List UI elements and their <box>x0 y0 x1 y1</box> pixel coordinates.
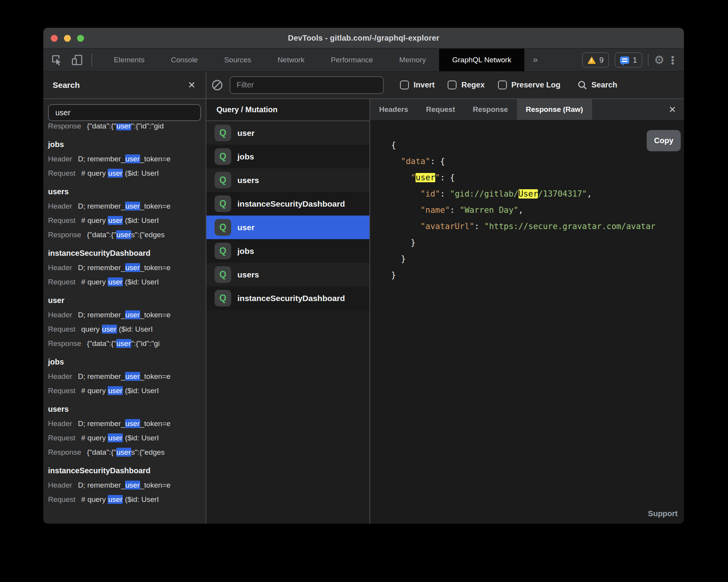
search-toggle[interactable]: Search <box>577 80 617 90</box>
find-match-highlight: User <box>519 189 538 199</box>
search-result-row[interactable]: Response{"data":{"users":{"edges <box>48 228 206 242</box>
match-highlight: user <box>125 263 140 272</box>
query-type-badge: Q <box>215 148 231 165</box>
close-window-button[interactable] <box>51 35 58 42</box>
result-row-value: D; remember_user_token=e <box>78 202 170 211</box>
query-list-item[interactable]: Quser <box>206 216 369 239</box>
query-item-label: user <box>237 128 254 138</box>
tab-performance[interactable]: Performance <box>318 49 386 71</box>
result-row-label: Header <box>48 311 72 319</box>
search-result-row[interactable]: Request# query user ($id: UserI <box>48 166 206 180</box>
search-result-row[interactable]: HeaderD; remember_user_token=e <box>48 199 206 213</box>
search-result-row[interactable]: Request# query user ($id: UserI <box>48 492 206 507</box>
result-row-value: # query user ($id: UserI <box>81 277 159 286</box>
search-result-row[interactable]: Request# query user ($id: UserI <box>48 431 206 445</box>
clear-log-icon[interactable] <box>211 79 223 91</box>
filter-checkboxes: InvertRegexPreserve Log <box>400 80 560 89</box>
search-result-row[interactable]: Requestquery user ($id: UserI <box>48 322 206 336</box>
result-row-value: query user ($id: UserI <box>81 325 153 334</box>
match-highlight: user <box>108 277 123 286</box>
json-line: "name": "Warren Day", <box>391 202 684 218</box>
search-close-icon[interactable]: ✕ <box>188 80 196 90</box>
search-result-row[interactable]: Response{"data":{"users":{"edges <box>48 445 206 459</box>
search-result-row[interactable]: HeaderD; remember_user_token=e <box>48 478 206 492</box>
search-result-row[interactable]: HeaderD; remember_user_token=e <box>48 416 206 431</box>
match-highlight: user <box>116 123 131 130</box>
search-result-row[interactable]: Request# query user ($id: UserI <box>48 275 206 289</box>
inspect-element-icon[interactable] <box>51 54 63 66</box>
detail-body: Copy { "data": { "user": { "id": "gid://… <box>370 120 684 524</box>
query-list-item[interactable]: QinstanceSecurityDashboard <box>206 192 369 216</box>
messages-badge[interactable]: 1 <box>615 52 642 68</box>
checkbox-preserve-log[interactable]: Preserve Log <box>498 80 561 89</box>
query-item-label: instanceSecurityDashboard <box>237 294 345 303</box>
search-result-row[interactable]: Response{"data":{"user":{"id":"gid <box>48 123 206 133</box>
detail-tab-response-raw-[interactable]: Response (Raw) <box>517 99 592 120</box>
search-result-title[interactable]: jobs <box>48 137 206 152</box>
checkbox-box <box>498 80 507 89</box>
settings-gear-icon[interactable]: ⚙ <box>654 54 664 66</box>
device-toolbar-icon[interactable] <box>71 54 83 66</box>
tab-network[interactable]: Network <box>264 49 318 71</box>
warnings-badge[interactable]: 9 <box>582 52 609 68</box>
detail-tabs: HeadersRequestResponseResponse (Raw)✕ <box>370 99 684 120</box>
search-input[interactable] <box>48 104 201 121</box>
query-list-item[interactable]: Qjobs <box>206 145 369 168</box>
match-highlight: user <box>125 310 140 319</box>
query-list-item[interactable]: QinstanceSecurityDashboard <box>206 286 369 310</box>
search-result-row[interactable]: HeaderD; remember_user_token=e <box>48 308 206 322</box>
json-line: "data": { <box>391 153 684 169</box>
search-result-row[interactable]: HeaderD; remember_user_token=e <box>48 260 206 275</box>
search-result-row[interactable]: HeaderD; remember_user_token=e <box>48 152 206 166</box>
search-result-row[interactable]: Response{"data":{"user":{"id":"gi <box>48 336 206 351</box>
search-results-panel: Response{"data":{"user":{"id":"gidjobsHe… <box>43 99 206 524</box>
search-icon <box>577 80 587 90</box>
devtools-tabs: ElementsConsoleSourcesNetworkPerformance… <box>101 49 524 71</box>
result-row-value: # query user ($id: UserI <box>81 169 159 178</box>
search-result-title[interactable]: user <box>48 293 206 308</box>
checkbox-invert[interactable]: Invert <box>400 80 434 89</box>
filter-input[interactable] <box>230 76 384 94</box>
search-result-title[interactable]: users <box>48 402 206 416</box>
checkbox-regex[interactable]: Regex <box>448 80 484 89</box>
json-line: } <box>391 235 684 251</box>
search-result-title[interactable]: instanceSecurityDashboard <box>48 464 206 478</box>
tab-memory[interactable]: Memory <box>386 49 439 71</box>
query-list-item[interactable]: Quser <box>206 121 369 145</box>
tab-sources[interactable]: Sources <box>211 49 264 71</box>
query-type-badge: Q <box>215 172 231 188</box>
result-row-value: # query user ($id: UserI <box>81 386 159 395</box>
more-tabs-chevron[interactable]: » <box>524 49 546 71</box>
detail-tab-request[interactable]: Request <box>417 99 464 120</box>
query-list-item[interactable]: Qjobs <box>206 239 369 263</box>
window-titlebar: DevTools - gitlab.com/-/graphql-explorer <box>43 28 684 49</box>
minimize-window-button[interactable] <box>64 35 71 42</box>
result-row-label: Request <box>48 169 76 177</box>
kebab-menu-icon[interactable]: ●●● <box>670 55 675 65</box>
result-row-label: Request <box>48 434 76 442</box>
tab-graphql-network[interactable]: GraphQL Network <box>439 49 524 71</box>
query-type-badge: Q <box>215 266 231 283</box>
search-result-row[interactable]: Request# query user ($id: UserI <box>48 213 206 228</box>
search-result-title[interactable]: instanceSecurityDashboard <box>48 246 206 260</box>
search-result-row[interactable]: HeaderD; remember_user_token=e <box>48 369 206 383</box>
zoom-window-button[interactable] <box>77 35 84 42</box>
tab-console[interactable]: Console <box>158 49 211 71</box>
match-highlight: user <box>125 202 140 211</box>
detail-tab-headers[interactable]: Headers <box>370 99 417 120</box>
query-list-item[interactable]: Qusers <box>206 263 369 286</box>
search-result-group: instanceSecurityDashboardHeaderD; rememb… <box>48 464 206 507</box>
detail-close-icon[interactable]: ✕ <box>661 99 684 120</box>
match-highlight: user <box>108 495 123 504</box>
query-list-item[interactable]: Qusers <box>206 168 369 192</box>
search-result-group: Response{"data":{"user":{"id":"gid <box>48 123 206 133</box>
result-row-value: D; remember_user_token=e <box>78 419 170 428</box>
query-type-badge: Q <box>215 243 231 259</box>
search-result-title[interactable]: users <box>48 185 206 199</box>
tab-elements[interactable]: Elements <box>101 49 158 71</box>
detail-tab-response[interactable]: Response <box>464 99 517 120</box>
search-result-title[interactable]: jobs <box>48 355 206 369</box>
search-result-row[interactable]: Request# query user ($id: UserI <box>48 383 206 398</box>
support-link[interactable]: Support <box>648 509 678 518</box>
checkbox-label: Preserve Log <box>512 80 561 89</box>
